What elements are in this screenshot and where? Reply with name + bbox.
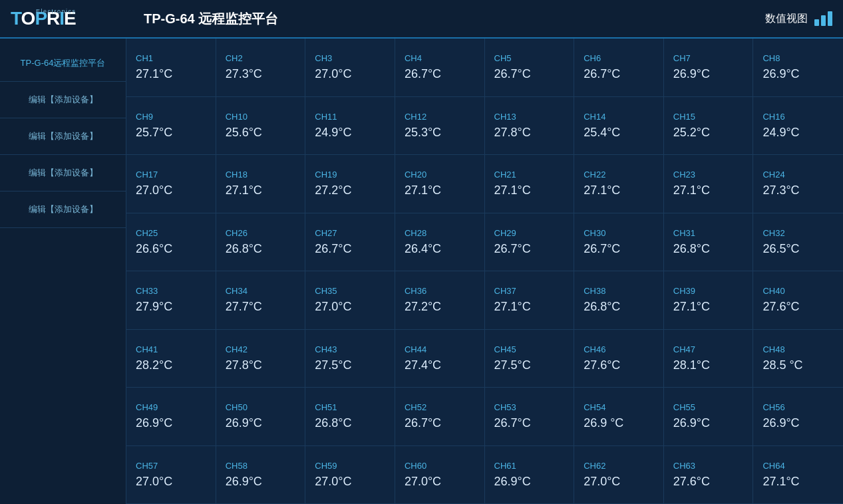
channel-cell-ch55[interactable]: CH5526.9°C [664, 388, 754, 446]
channel-cell-ch30[interactable]: CH3026.7°C [574, 213, 664, 272]
channel-value-ch31: 26.8°C [673, 242, 744, 256]
channel-value-ch58: 26.9°C [226, 475, 296, 489]
channel-cell-ch33[interactable]: CH3327.9°C [126, 271, 216, 330]
channel-value-ch17: 27.0°C [136, 184, 206, 197]
channel-cell-ch32[interactable]: CH3226.5°C [753, 213, 843, 272]
channel-cell-ch64[interactable]: CH6427.1°C [753, 446, 843, 505]
channel-cell-ch21[interactable]: CH2127.1°C [485, 155, 575, 213]
channel-cell-ch14[interactable]: CH1425.4°C [574, 97, 664, 156]
channel-label-ch42: CH42 [226, 344, 296, 354]
channel-value-ch24: 27.3°C [762, 184, 834, 197]
sidebar-item-device1[interactable]: TP-G-64远程监控平台 [0, 45, 126, 82]
channel-cell-ch20[interactable]: CH2027.1°C [395, 155, 485, 213]
channel-cell-ch34[interactable]: CH3427.7°C [216, 271, 306, 330]
sidebar-item-add4[interactable]: 编辑【添加设备】 [0, 191, 126, 228]
channel-cell-ch51[interactable]: CH5126.8°C [305, 388, 395, 446]
channel-cell-ch24[interactable]: CH2427.3°C [753, 155, 843, 213]
channel-value-ch54: 26.9 °C [584, 416, 654, 430]
channel-cell-ch38[interactable]: CH3826.8°C [574, 271, 664, 330]
channel-cell-ch37[interactable]: CH3727.1°C [485, 271, 575, 330]
channel-cell-ch50[interactable]: CH5026.9°C [216, 388, 306, 446]
channel-cell-ch17[interactable]: CH1727.0°C [126, 155, 216, 213]
channel-label-ch10: CH10 [226, 112, 296, 122]
channel-cell-ch15[interactable]: CH1525.2°C [664, 97, 754, 156]
channel-cell-ch27[interactable]: CH2726.7°C [305, 213, 395, 272]
channel-cell-ch6[interactable]: CH626.7°C [574, 39, 664, 97]
channel-cell-ch44[interactable]: CH4427.4°C [395, 330, 485, 388]
channel-cell-ch1[interactable]: CH127.1°C [126, 39, 216, 97]
channel-cell-ch26[interactable]: CH2626.8°C [216, 213, 306, 272]
channel-cell-ch60[interactable]: CH6027.0°C [395, 446, 485, 505]
channel-label-ch48: CH48 [762, 344, 834, 354]
channel-cell-ch5[interactable]: CH526.7°C [485, 39, 575, 97]
channel-cell-ch35[interactable]: CH3527.0°C [305, 271, 395, 330]
channel-cell-ch2[interactable]: CH227.3°C [216, 39, 306, 97]
channel-cell-ch57[interactable]: CH5727.0°C [126, 446, 216, 505]
channel-cell-ch47[interactable]: CH4728.1°C [664, 330, 754, 388]
channel-cell-ch7[interactable]: CH726.9°C [664, 39, 754, 97]
channel-cell-ch25[interactable]: CH2526.6°C [126, 213, 216, 272]
sidebar-item-add2[interactable]: 编辑【添加设备】 [0, 118, 126, 155]
channel-cell-ch28[interactable]: CH2826.4°C [395, 213, 485, 272]
view-mode-icon[interactable] [814, 11, 832, 26]
channel-cell-ch62[interactable]: CH6227.0°C [574, 446, 664, 505]
channel-cell-ch48[interactable]: CH4828.5 °C [753, 330, 843, 388]
sidebar-item-add1[interactable]: 编辑【添加设备】 [0, 82, 126, 118]
channel-label-ch8: CH8 [762, 53, 834, 63]
channel-cell-ch59[interactable]: CH5927.0°C [305, 446, 395, 505]
channel-label-ch15: CH15 [673, 112, 744, 122]
channel-cell-ch45[interactable]: CH4527.5°C [485, 330, 575, 388]
channel-cell-ch13[interactable]: CH1327.8°C [485, 97, 575, 156]
channel-value-ch25: 26.6°C [136, 242, 206, 256]
channel-value-ch16: 24.9°C [762, 126, 834, 140]
channel-value-ch14: 25.4°C [584, 126, 654, 140]
channel-cell-ch61[interactable]: CH6126.9°C [485, 446, 575, 505]
channel-cell-ch58[interactable]: CH5826.9°C [216, 446, 306, 505]
channel-cell-ch41[interactable]: CH4128.2°C [126, 330, 216, 388]
channel-cell-ch18[interactable]: CH1827.1°C [216, 155, 306, 213]
channel-label-ch49: CH49 [136, 402, 206, 412]
channel-label-ch25: CH25 [136, 228, 206, 238]
channel-cell-ch9[interactable]: CH925.7°C [126, 97, 216, 156]
channel-label-ch50: CH50 [226, 402, 296, 412]
channel-value-ch59: 27.0°C [315, 475, 385, 489]
channel-value-ch26: 26.8°C [226, 242, 296, 256]
channel-cell-ch39[interactable]: CH3927.1°C [664, 271, 754, 330]
channel-cell-ch63[interactable]: CH6327.6°C [664, 446, 754, 505]
channel-cell-ch22[interactable]: CH2227.1°C [574, 155, 664, 213]
channel-label-ch55: CH55 [673, 402, 744, 412]
channel-cell-ch40[interactable]: CH4027.6°C [753, 271, 843, 330]
channel-cell-ch56[interactable]: CH5626.9°C [753, 388, 843, 446]
channel-value-ch50: 26.9°C [226, 416, 296, 430]
channel-value-ch38: 26.8°C [584, 300, 654, 314]
channel-cell-ch19[interactable]: CH1927.2°C [305, 155, 395, 213]
channel-cell-ch52[interactable]: CH5226.7°C [395, 388, 485, 446]
main-layout: TP-G-64远程监控平台 编辑【添加设备】 编辑【添加设备】 编辑【添加设备】… [0, 39, 843, 504]
channel-value-ch63: 27.6°C [673, 475, 744, 489]
channel-cell-ch29[interactable]: CH2926.7°C [485, 213, 575, 272]
channel-label-ch47: CH47 [673, 344, 744, 354]
channel-value-ch39: 27.1°C [673, 300, 744, 314]
channel-cell-ch12[interactable]: CH1225.3°C [395, 97, 485, 156]
channel-cell-ch23[interactable]: CH2327.1°C [664, 155, 754, 213]
channel-cell-ch11[interactable]: CH1124.9°C [305, 97, 395, 156]
header-title: TP-G-64 远程监控平台 [144, 10, 765, 28]
channel-cell-ch8[interactable]: CH826.9°C [753, 39, 843, 97]
channel-cell-ch46[interactable]: CH4627.6°C [574, 330, 664, 388]
channel-cell-ch42[interactable]: CH4227.8°C [216, 330, 306, 388]
channel-cell-ch4[interactable]: CH426.7°C [395, 39, 485, 97]
sidebar-item-add3[interactable]: 编辑【添加设备】 [0, 155, 126, 191]
channel-cell-ch10[interactable]: CH1025.6°C [216, 97, 306, 156]
sidebar: TP-G-64远程监控平台 编辑【添加设备】 编辑【添加设备】 编辑【添加设备】… [0, 39, 126, 504]
channel-label-ch19: CH19 [315, 170, 385, 180]
channel-cell-ch3[interactable]: CH327.0°C [305, 39, 395, 97]
channel-value-ch12: 25.3°C [405, 126, 475, 140]
channel-cell-ch53[interactable]: CH5326.7°C [485, 388, 575, 446]
channel-cell-ch49[interactable]: CH4926.9°C [126, 388, 216, 446]
channel-cell-ch16[interactable]: CH1624.9°C [753, 97, 843, 156]
channel-value-ch47: 28.1°C [673, 358, 744, 372]
channel-cell-ch54[interactable]: CH5426.9 °C [574, 388, 664, 446]
channel-cell-ch43[interactable]: CH4327.5°C [305, 330, 395, 388]
channel-cell-ch36[interactable]: CH3627.2°C [395, 271, 485, 330]
channel-cell-ch31[interactable]: CH3126.8°C [664, 213, 754, 272]
